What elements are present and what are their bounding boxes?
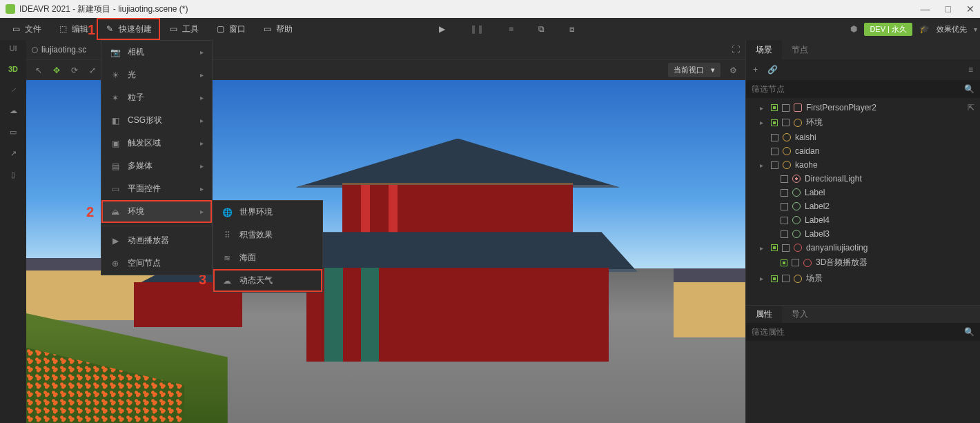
menu-item-environment[interactable]: ⛰环境▸: [101, 200, 212, 223]
pause-button[interactable]: ❚❚: [470, 24, 484, 34]
menu-edit[interactable]: ⬚编辑: [50, 18, 97, 40]
tree-item-label: 场景: [806, 273, 823, 284]
visibility-checkbox[interactable]: [781, 189, 788, 197]
menu-help[interactable]: ▭帮助: [254, 18, 301, 40]
tree-item[interactable]: Label3: [746, 227, 980, 241]
tree-item[interactable]: ▸场景: [746, 270, 980, 286]
visibility-checkbox[interactable]: [781, 217, 788, 224]
edit-icon: ⬚: [58, 24, 68, 34]
tree-item[interactable]: DirectionalLight: [746, 172, 980, 186]
menu-item-flat-widget[interactable]: ▭平面控件▸: [101, 177, 212, 200]
menu-quick-create[interactable]: ✎快速创建: [97, 18, 160, 40]
tab-scene[interactable]: 场景: [746, 40, 782, 59]
menu-item-snow[interactable]: ⠿积雪效果: [213, 224, 322, 246]
rail-3d[interactable]: 3D: [8, 65, 18, 73]
camera-icon: 📷: [110, 47, 121, 58]
cursor-tool[interactable]: ↖: [32, 63, 46, 77]
visibility-checkbox[interactable]: [792, 259, 799, 266]
close-button[interactable]: ✕: [966, 3, 974, 14]
play-button[interactable]: ▶: [439, 24, 445, 34]
html5-icon[interactable]: ⬢: [850, 24, 857, 34]
visibility-checkbox[interactable]: [771, 148, 778, 155]
rail-tool-2[interactable]: ☁: [10, 106, 17, 115]
globe-icon: 🌐: [222, 207, 233, 218]
menu-item-light[interactable]: ☀光▸: [101, 63, 212, 86]
quick-create-menu: 📷相机▸ ☀光▸ ✶粒子▸ ◧CSG形状▸ ▣触发区域▸ ▤多媒体▸ ▭平面控件…: [101, 40, 213, 275]
tree-item[interactable]: Label2: [746, 199, 980, 213]
rail-ui[interactable]: UI: [10, 44, 17, 52]
tree-toggle-icon[interactable]: ▸: [760, 161, 767, 169]
menu-item-ocean[interactable]: ≋海面: [213, 246, 322, 269]
visibility-checkbox[interactable]: [782, 275, 790, 282]
visibility-checkbox[interactable]: [782, 104, 790, 112]
record-button[interactable]: ⧉: [538, 24, 545, 34]
rail-tool-4[interactable]: ↗: [10, 149, 17, 158]
rail-tool-5[interactable]: ▯: [11, 170, 15, 179]
node-type-icon: [792, 188, 801, 197]
menu-item-multimedia[interactable]: ▤多媒体▸: [101, 155, 212, 177]
maximize-button[interactable]: □: [945, 3, 951, 14]
tree-toggle-icon[interactable]: ▸: [760, 104, 767, 112]
visibility-checkbox[interactable]: [781, 203, 788, 210]
rail-tool-3[interactable]: ▭: [10, 128, 17, 137]
scene-tab[interactable]: liujiaoting.sc: [32, 45, 86, 55]
add-node-button[interactable]: +: [753, 65, 758, 75]
current-viewport-dropdown[interactable]: 当前视口▾: [668, 63, 721, 77]
minimize-button[interactable]: —: [921, 3, 930, 14]
property-filter-input[interactable]: 筛选属性 🔍: [746, 323, 980, 341]
menu-file[interactable]: ▭文件: [3, 18, 50, 40]
tree-toggle-icon[interactable]: ▸: [760, 244, 767, 252]
menu-item-csg[interactable]: ◧CSG形状▸: [101, 109, 212, 132]
tree-item[interactable]: ▸danyanliujiaoting: [746, 241, 980, 255]
tab-import[interactable]: 导入: [782, 306, 818, 323]
menu-item-camera[interactable]: 📷相机▸: [101, 41, 212, 63]
effect-priority[interactable]: 效果优先: [937, 24, 967, 35]
move-tool[interactable]: ✥: [50, 63, 63, 77]
node-type-icon: [783, 161, 791, 169]
menu-item-particle[interactable]: ✶粒子▸: [101, 86, 212, 109]
tree-item-label: 3D音频播放器: [816, 257, 868, 268]
tree-item[interactable]: ▸FirstPersonPlayer2⇱: [746, 101, 980, 115]
tree-item[interactable]: Label: [746, 186, 980, 199]
scale-tool[interactable]: ⤢: [86, 63, 99, 77]
open-script-icon[interactable]: ⇱: [968, 103, 974, 112]
tree-item[interactable]: caidan: [746, 144, 980, 158]
hamburger-icon[interactable]: ≡: [968, 65, 973, 75]
animation-icon: ▶: [110, 235, 121, 246]
tab-node[interactable]: 节点: [782, 40, 818, 59]
tree-item[interactable]: ▸环境: [746, 115, 980, 130]
stop-button[interactable]: ■: [509, 24, 513, 34]
tree-item[interactable]: kaishi: [746, 130, 980, 144]
visibility-checkbox[interactable]: [771, 134, 778, 141]
visibility-checkbox[interactable]: [782, 244, 790, 252]
graduation-icon[interactable]: 🎓: [919, 24, 930, 34]
expand-icon[interactable]: ⛶: [732, 45, 740, 55]
menu-item-spatial-node[interactable]: ⊕空间节点: [101, 252, 212, 275]
visibility-checkbox[interactable]: [771, 161, 778, 169]
visibility-checkbox[interactable]: [781, 175, 788, 183]
tree-item[interactable]: Label4: [746, 213, 980, 227]
visibility-checkbox[interactable]: [781, 230, 788, 238]
tree-toggle-icon[interactable]: ▸: [760, 275, 767, 282]
instance-badge-icon: [771, 104, 778, 111]
menu-item-animation-player[interactable]: ▶动画播放器: [101, 229, 212, 252]
clapper-icon[interactable]: ⧈: [569, 24, 575, 34]
menu-item-world-env[interactable]: 🌐世界环境: [213, 201, 322, 224]
tree-item[interactable]: ▸kaohe: [746, 158, 980, 172]
menu-item-dynamic-weather[interactable]: ☁动态天气: [213, 269, 322, 292]
chevron-right-icon: ▸: [200, 162, 204, 170]
tree-toggle-icon[interactable]: ▸: [760, 119, 767, 126]
visibility-checkbox[interactable]: [782, 119, 790, 126]
tree-item[interactable]: 3D音频播放器: [746, 255, 980, 270]
rail-tool-1[interactable]: ⟋: [10, 86, 17, 94]
rotate-tool[interactable]: ⟳: [68, 63, 81, 77]
node-filter-input[interactable]: 筛选节点 🔍: [746, 80, 980, 98]
menu-item-trigger[interactable]: ▣触发区域▸: [101, 132, 212, 155]
tab-properties[interactable]: 属性: [746, 306, 782, 323]
settings-icon[interactable]: ⚙: [726, 63, 740, 77]
menu-window[interactable]: ▢窗口: [207, 18, 254, 40]
node-type-icon: [794, 104, 802, 112]
link-icon[interactable]: 🔗: [767, 65, 778, 75]
menu-tools[interactable]: ▭工具: [160, 18, 207, 40]
main-building: [278, 139, 638, 362]
